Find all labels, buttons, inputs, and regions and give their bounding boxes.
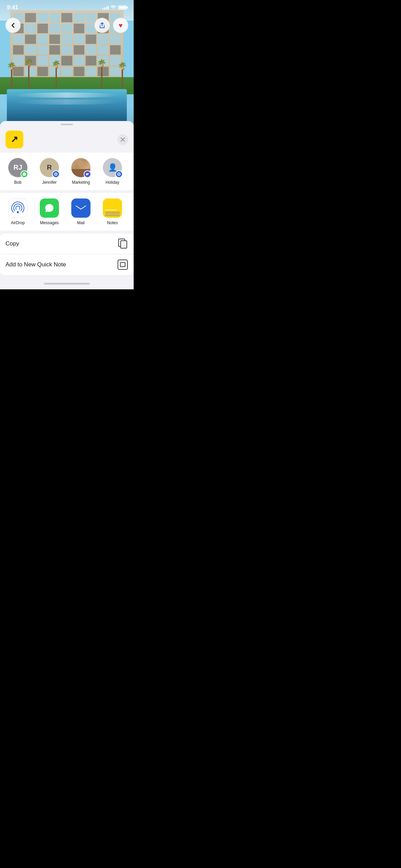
- share-sheet: ↗ RJ Bob: [0, 121, 134, 289]
- contacts-scroll: RJ Bob R: [5, 158, 128, 185]
- quicknote-action[interactable]: Add to New Quick Note: [0, 254, 134, 275]
- contact-avatar-bob: RJ: [8, 158, 27, 177]
- apps-scroll: AirDrop Messages Mail: [5, 198, 128, 225]
- contact-name-holiday: Holiday: [106, 180, 119, 185]
- app-name-mail: Mail: [77, 220, 85, 225]
- contact-name-jennifer: Jennifer: [42, 180, 57, 185]
- share-button[interactable]: [95, 18, 110, 33]
- copy-action[interactable]: Copy: [0, 233, 134, 254]
- wifi-icon: [111, 5, 116, 10]
- app-messages[interactable]: Messages: [37, 198, 62, 225]
- photo-nav: ♥: [0, 18, 134, 33]
- app-name-notes: Notes: [107, 220, 118, 225]
- contact-name-bob: Bob: [14, 180, 21, 185]
- apps-section: AirDrop Messages Mail: [0, 193, 134, 231]
- status-icons: [102, 5, 127, 10]
- signal-icon: [102, 5, 109, 10]
- close-icon: [120, 137, 125, 142]
- share-app-icon: ↗: [5, 131, 23, 148]
- heart-icon: ♥: [119, 22, 123, 29]
- battery-icon: [118, 5, 127, 10]
- app-notes[interactable]: Notes: [100, 198, 125, 225]
- quicknote-icon: [118, 260, 128, 270]
- quicknote-inner: [120, 262, 125, 267]
- svg-rect-10: [76, 205, 86, 212]
- status-bar: 9:41: [0, 0, 134, 15]
- svg-rect-5: [87, 173, 89, 174]
- teams-badge: [84, 170, 91, 178]
- contact-avatar-jennifer: R: [40, 158, 59, 177]
- contact-bob[interactable]: RJ Bob: [5, 158, 30, 185]
- signal2-badge: [115, 170, 123, 178]
- back-button[interactable]: [5, 18, 21, 33]
- action-list: Copy Add to New Quick Note: [0, 233, 134, 275]
- contact-avatar-holiday: 👤: [103, 158, 122, 177]
- home-bar: [44, 283, 90, 285]
- notes-icon: [103, 198, 122, 218]
- contacts-section: RJ Bob R: [0, 153, 134, 190]
- contact-name-marketing: Marketing: [72, 180, 90, 185]
- app-mail[interactable]: Mail: [69, 198, 93, 225]
- quicknote-icon-wrap: [117, 259, 128, 270]
- favorite-button[interactable]: ♥: [113, 18, 128, 33]
- close-button[interactable]: [117, 134, 128, 145]
- app-name-messages: Messages: [40, 220, 59, 225]
- contact-holiday[interactable]: 👤 Holiday: [100, 158, 125, 185]
- messages-badge: [21, 170, 28, 178]
- hotel-photo: 🌴 🌴 🌴 🌴 🌴: [0, 0, 134, 134]
- svg-point-7: [119, 173, 120, 174]
- signal-badge: [52, 170, 60, 178]
- quicknote-label: Add to New Quick Note: [5, 261, 66, 268]
- contact-avatar-marketing: [71, 158, 90, 177]
- copy-icon: [118, 239, 127, 249]
- contact-jennifer[interactable]: R Jennifer: [37, 158, 62, 185]
- copy-label: Copy: [5, 240, 19, 247]
- home-indicator: [0, 278, 134, 289]
- messages-icon: [40, 198, 59, 218]
- svg-point-3: [56, 173, 57, 174]
- status-time: 9:41: [7, 4, 18, 11]
- app-name-airdrop: AirDrop: [11, 220, 25, 225]
- airdrop-circles: [11, 202, 24, 215]
- airdrop-icon: [8, 198, 27, 218]
- app-arrow-icon: ↗: [11, 134, 18, 145]
- mail-icon: [71, 198, 90, 218]
- copy-icon-wrap: [117, 238, 128, 249]
- share-header: ↗: [0, 125, 134, 153]
- app-airdrop[interactable]: AirDrop: [5, 198, 30, 225]
- contact-marketing[interactable]: Marketing: [69, 158, 93, 185]
